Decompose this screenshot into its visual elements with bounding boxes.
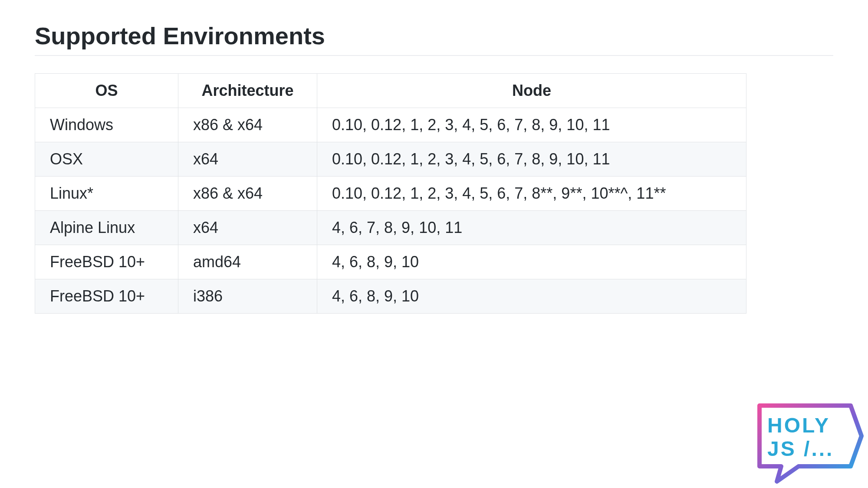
holyjs-logo-icon: HOLY JS /... [746,397,864,484]
col-header-arch: Architecture [178,74,317,108]
col-header-node: Node [317,74,746,108]
cell-arch: i386 [178,279,317,314]
cell-os: FreeBSD 10+ [35,279,178,314]
table-row: Windows x86 & x64 0.10, 0.12, 1, 2, 3, 4… [35,108,746,142]
cell-node: 4, 6, 8, 9, 10 [317,279,746,314]
col-header-os: OS [35,74,178,108]
cell-os: Windows [35,108,178,142]
environments-table: OS Architecture Node Windows x86 & x64 0… [35,73,746,314]
cell-arch: x86 & x64 [178,108,317,142]
cell-node: 0.10, 0.12, 1, 2, 3, 4, 5, 6, 7, 8**, 9*… [317,177,746,211]
cell-arch: x64 [178,211,317,245]
table-row: FreeBSD 10+ amd64 4, 6, 8, 9, 10 [35,245,746,279]
cell-arch: amd64 [178,245,317,279]
cell-os: Alpine Linux [35,211,178,245]
cell-node: 0.10, 0.12, 1, 2, 3, 4, 5, 6, 7, 8, 9, 1… [317,108,746,142]
table-header-row: OS Architecture Node [35,74,746,108]
holyjs-logo: HOLY JS /... [746,397,864,484]
cell-os: Linux* [35,177,178,211]
table-row: OSX x64 0.10, 0.12, 1, 2, 3, 4, 5, 6, 7,… [35,142,746,177]
cell-node: 4, 6, 7, 8, 9, 10, 11 [317,211,746,245]
logo-text-line2: JS /... [767,437,834,460]
slide-content: Supported Environments OS Architecture N… [0,0,868,314]
cell-arch: x86 & x64 [178,177,317,211]
cell-node: 0.10, 0.12, 1, 2, 3, 4, 5, 6, 7, 8, 9, 1… [317,142,746,177]
logo-text-line1: HOLY [767,414,830,437]
cell-arch: x64 [178,142,317,177]
table-row: Alpine Linux x64 4, 6, 7, 8, 9, 10, 11 [35,211,746,245]
cell-os: OSX [35,142,178,177]
table-row: Linux* x86 & x64 0.10, 0.12, 1, 2, 3, 4,… [35,177,746,211]
table-row: FreeBSD 10+ i386 4, 6, 8, 9, 10 [35,279,746,314]
cell-node: 4, 6, 8, 9, 10 [317,245,746,279]
cell-os: FreeBSD 10+ [35,245,178,279]
page-title: Supported Environments [35,22,833,56]
